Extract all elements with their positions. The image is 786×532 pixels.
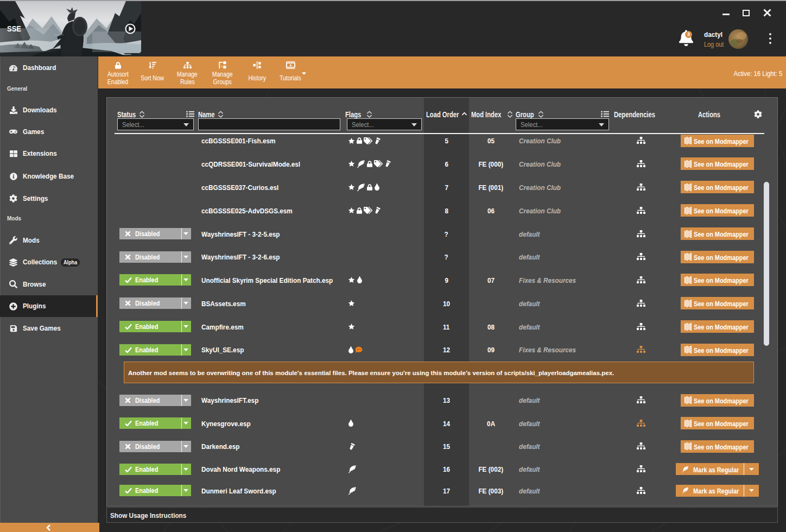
svg-text:SSE: SSE — [7, 24, 21, 33]
